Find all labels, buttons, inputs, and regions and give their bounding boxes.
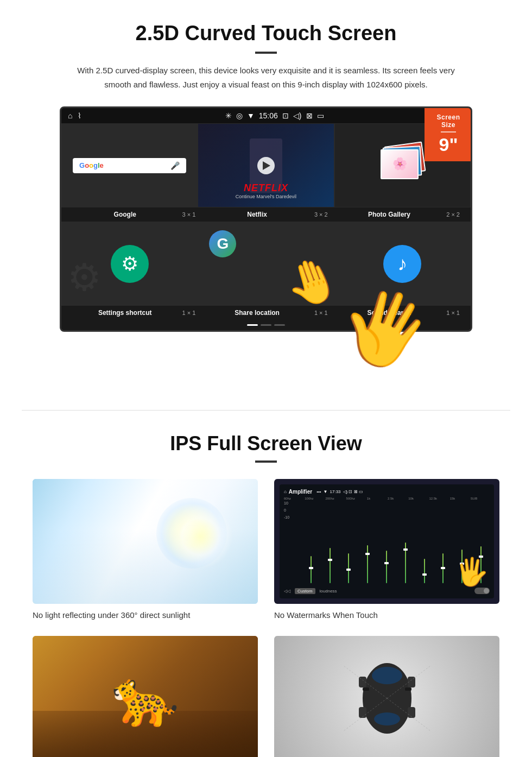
sunlight-image	[33, 479, 258, 604]
section2-title-underline	[255, 460, 277, 463]
amp-freq-labels: 60hz 100hz 200hz 500hz 1k 2.5k 10k 12.5k…	[284, 497, 490, 500]
badge-title: Screen Size	[429, 113, 468, 129]
netflix-play-button[interactable]	[257, 157, 275, 174]
sound-label: Sound Search	[332, 309, 447, 317]
share-label: Share location	[200, 309, 314, 317]
svg-rect-4	[405, 687, 411, 691]
progress-dots	[61, 320, 471, 330]
settings-icon: ⚙	[111, 245, 149, 283]
svg-point-1	[372, 667, 402, 684]
freq-12k5: 12.5k	[429, 497, 448, 500]
amp-side-labels: 10 0 -10	[284, 501, 300, 585]
sound-search-cell[interactable]: ♪	[334, 222, 471, 306]
custom-label: Custom	[295, 588, 315, 594]
feature-car: Large Viewing Angle	[274, 636, 499, 757]
settings-cell[interactable]: ⚙ ⚙	[61, 222, 198, 306]
amp-dots: •••	[316, 489, 321, 494]
settings-size: 1 × 1	[182, 310, 200, 316]
square-icon: ▭	[317, 111, 324, 120]
home-icon[interactable]: ⌂	[68, 111, 72, 120]
google-logo: Google	[79, 161, 104, 169]
device-container: Screen Size 9" ⌂ ⌇ ✳ ◎ ▼ 15:06 ⊡	[33, 106, 499, 361]
label-0: 0	[284, 508, 300, 512]
share-size: 1 × 1	[314, 310, 332, 316]
status-center: ✳ ◎ ▼ 15:06 ⊡ ◁) ⊠ ▭	[85, 111, 464, 120]
amp-custom-btn: ◁◁	[284, 589, 290, 594]
gallery-stack: 🌸	[381, 144, 424, 187]
feature-amplifier: ⌂ Amplifier ••• ▼ 17:33 ◁) ⊡ ⊠ ▭ 60hz 10…	[274, 479, 499, 620]
google-mic-icon[interactable]: 🎤	[170, 161, 180, 170]
netflix-cell[interactable]: NETFLIX Continue Marvel's Daredevil	[198, 123, 334, 207]
netflix-subtitle: Continue Marvel's Daredevil	[236, 194, 296, 199]
section2-title: IPS Full Screen View	[33, 432, 499, 455]
label-neg10: -10	[284, 515, 300, 519]
freq-10k: 10k	[408, 497, 427, 500]
google-search-bar[interactable]: Google 🎤	[73, 158, 186, 173]
gallery-label: Photo Gallery	[332, 211, 447, 218]
section1-title-underline	[255, 52, 277, 54]
google-maps-icon: G	[209, 230, 236, 257]
volume-icon: ◁)	[293, 111, 302, 120]
svg-point-2	[374, 712, 400, 726]
netflix-label: Netflix	[200, 211, 314, 218]
freq-1k: 1k	[367, 497, 386, 500]
amp-title: Amplifier	[289, 489, 312, 495]
label-10: 10	[284, 501, 300, 505]
amplifier-image: ⌂ Amplifier ••• ▼ 17:33 ◁) ⊡ ⊠ ▭ 60hz 10…	[274, 479, 499, 604]
app-labels-row1: Google 3 × 1 Netflix 3 × 2 Photo Gallery…	[61, 207, 471, 222]
amp-main: 10 0 -10	[284, 501, 490, 585]
freq-15k: 15k	[450, 497, 469, 500]
share-location-cell[interactable]: G 🤚	[198, 222, 334, 306]
car-image	[274, 636, 499, 757]
dot-1	[247, 324, 258, 326]
google-size: 3 × 1	[182, 211, 200, 218]
device-screen: Screen Size 9" ⌂ ⌇ ✳ ◎ ▼ 15:06 ⊡	[60, 106, 472, 332]
status-left-icons: ⌂ ⌇	[68, 111, 81, 120]
usb-icon: ⌇	[78, 111, 81, 120]
status-bar: ⌂ ⌇ ✳ ◎ ▼ 15:06 ⊡ ◁) ⊠ ▭	[61, 108, 471, 123]
loudness-label: loudness	[320, 589, 470, 594]
amp-icons: ◁) ⊡ ⊠ ▭	[343, 489, 363, 494]
play-triangle-icon	[263, 161, 270, 170]
gps-icon: ◎	[236, 111, 243, 120]
dot-2	[261, 324, 271, 326]
freq-60: 60hz	[284, 497, 303, 500]
google-cell[interactable]: Google 🎤	[61, 123, 198, 207]
bluetooth-icon: ✳	[225, 111, 232, 120]
gear-shadow: ⚙	[67, 255, 102, 300]
sound-search-icon: ♪	[383, 245, 421, 283]
hand-pointing-icon: 🤚	[278, 249, 334, 306]
slider-6	[397, 542, 414, 583]
sunlight-label: No light reflecting under 360° direct su…	[33, 610, 258, 620]
status-time: 15:06	[259, 111, 278, 120]
feature-sunlight: No light reflecting under 360° direct su…	[33, 479, 258, 620]
features-grid: No light reflecting under 360° direct su…	[33, 479, 499, 757]
wifi-icon: ▼	[247, 111, 255, 120]
settings-label: Settings shortcut	[68, 309, 182, 317]
cheetah-emoji: 🐆	[33, 636, 258, 757]
amp-hand-icon: 🖐	[455, 556, 489, 588]
freq-500: 500hz	[346, 497, 365, 500]
amp-bottom: ◁◁ Custom loudness	[284, 588, 490, 594]
netflix-branding: NETFLIX Continue Marvel's Daredevil	[236, 182, 296, 199]
svg-rect-8	[408, 707, 415, 718]
freq-2k5: 2.5k	[388, 497, 407, 500]
feature-cheetah: 🐆 Super Fast Response	[33, 636, 258, 757]
sunlight-gradient	[33, 529, 258, 604]
slider-7	[416, 559, 433, 583]
sound-size: 1 × 1	[446, 310, 464, 316]
cheetah-image: 🐆	[33, 636, 258, 757]
amp-wifi: ▼	[324, 489, 328, 494]
slider-1	[302, 556, 320, 583]
slider-3	[340, 553, 358, 583]
camera-icon: ⊡	[282, 111, 289, 120]
app-grid-row1: Google 🎤	[61, 123, 471, 207]
loudness-toggle[interactable]	[474, 588, 490, 594]
dot-3	[274, 324, 285, 326]
badge-size: 9"	[439, 134, 458, 155]
netflix-logo: NETFLIX	[236, 182, 296, 194]
slider-2	[321, 548, 339, 583]
app-labels-row2: Settings shortcut 1 × 1 Share location 1…	[61, 306, 471, 320]
slider-5	[378, 551, 395, 583]
slider-8	[435, 553, 452, 583]
